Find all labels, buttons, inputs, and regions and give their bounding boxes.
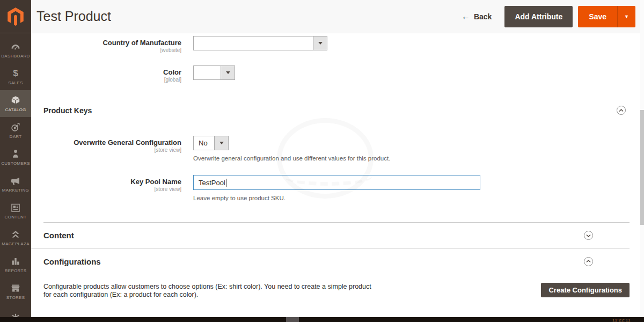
product-form: Country of Manufacture [website] Color […	[31, 33, 644, 322]
sidebar-item-label: DART	[10, 134, 22, 139]
field-input-block	[193, 36, 327, 54]
sidebar-item-dashboard[interactable]: DASHBOARD	[0, 36, 31, 63]
sidebar-item-label: MAGEPLAZA	[2, 241, 30, 246]
dashboard-icon	[10, 41, 21, 52]
overwrite-label: Overwrite General Configuration	[31, 138, 181, 147]
sidebar-item-label: MARKETING	[2, 188, 29, 193]
overwrite-select[interactable]: No	[193, 136, 229, 150]
field-input-block: No Overwrite general configuration and u…	[193, 136, 390, 162]
country-of-manufacture-row: Country of Manufacture [website]	[31, 36, 644, 54]
video-timestamp: 11:22:11	[612, 318, 631, 322]
content-section-title: Content	[43, 231, 74, 240]
video-overlay-bar: 11:22:11	[0, 317, 644, 322]
country-select-value	[194, 36, 313, 50]
select-caret-icon	[313, 36, 327, 50]
overwrite-note: Overwrite general configuration and use …	[193, 155, 390, 162]
color-scope: [global]	[31, 76, 181, 83]
content-section-header[interactable]: Content	[31, 223, 630, 248]
product-keys-collapse-button[interactable]	[617, 106, 626, 115]
configurations-collapse-button[interactable]	[584, 257, 593, 266]
page-title: Test Product	[36, 9, 111, 24]
sidebar-item-label: CONTENT	[5, 215, 27, 219]
magento-logo-icon	[8, 8, 24, 26]
sidebar-item-content[interactable]: CONTENT	[0, 197, 31, 224]
sales-icon: $	[10, 68, 21, 79]
page-header: Test Product ← Back Add Attribute Save ▼	[31, 0, 644, 33]
country-label: Country of Manufacture	[31, 39, 181, 47]
sidebar-item-catalog[interactable]: CATALOG	[0, 90, 31, 117]
color-select-value	[194, 66, 221, 79]
key-pool-note: Leave empty to use product SKU.	[193, 195, 480, 202]
sidebar-item-label: CUSTOMERS	[1, 161, 30, 166]
back-label: Back	[474, 12, 492, 21]
catalog-icon	[10, 95, 21, 106]
mageplaza-chevrons-icon	[10, 229, 21, 240]
key-pool-input-value: TestPool	[199, 179, 225, 187]
back-arrow-icon: ←	[462, 12, 470, 21]
customers-icon	[10, 149, 21, 159]
content-expand-button[interactable]	[584, 231, 593, 240]
save-split-button: Save ▼	[578, 6, 635, 27]
sidebar-item-label: SALES	[8, 80, 23, 85]
chevron-up-icon	[586, 260, 591, 263]
sidebar-item-marketing[interactable]: MARKETING	[0, 171, 31, 197]
product-keys-title: Product Keys	[43, 106, 92, 115]
dart-target-icon	[10, 122, 21, 133]
sidebar-nav: DASHBOARD $ SALES CATALOG	[0, 33, 31, 322]
chevron-down-icon	[586, 234, 591, 237]
configurations-section-title: Configurations	[43, 257, 101, 266]
color-label: Color	[31, 68, 181, 76]
caret-down-icon: ▼	[624, 14, 629, 19]
scrollbar-thumb[interactable]	[640, 110, 644, 225]
field-label-block: Overwrite General Configuration [store v…	[31, 136, 181, 162]
overwrite-config-row: Overwrite General Configuration [store v…	[31, 136, 644, 162]
field-input-block	[193, 65, 235, 83]
sidebar-item-customers[interactable]: CUSTOMERS	[0, 144, 31, 171]
stores-shop-icon	[10, 283, 21, 294]
sidebar-item-label: DASHBOARD	[1, 54, 30, 58]
text-cursor	[226, 179, 226, 187]
product-keys-section-header: Product Keys	[31, 106, 644, 115]
key-pool-input[interactable]: TestPool	[193, 175, 480, 190]
back-button[interactable]: ← Back	[462, 12, 492, 21]
sidebar-item-reports[interactable]: REPORTS	[0, 251, 31, 278]
sidebar-item-label: REPORTS	[5, 268, 27, 273]
field-label-block: Color [global]	[31, 65, 181, 83]
field-label-block: Country of Manufacture [website]	[31, 36, 181, 54]
select-caret-icon	[221, 66, 235, 79]
vertical-scrollbar[interactable]	[640, 0, 644, 322]
add-attribute-button[interactable]: Add Attribute	[504, 6, 573, 27]
overwrite-select-value: No	[194, 136, 214, 150]
sidebar-item-sales[interactable]: $ SALES	[0, 63, 31, 90]
admin-sidebar: DASHBOARD $ SALES CATALOG	[0, 0, 31, 322]
chevron-up-icon	[619, 109, 624, 112]
header-actions: ← Back Add Attribute Save ▼	[462, 6, 635, 27]
field-label-block: Key Pool Name [store view]	[31, 175, 181, 202]
magento-logo[interactable]	[0, 0, 31, 33]
field-input-block: TestPool Leave empty to use product SKU.	[193, 175, 480, 202]
video-playhead-marker	[286, 317, 299, 322]
overwrite-scope: [store view]	[31, 147, 181, 153]
sidebar-item-stores[interactable]: STORES	[0, 278, 31, 305]
select-caret-icon	[214, 136, 228, 150]
save-dropdown-toggle[interactable]: ▼	[617, 6, 635, 27]
sidebar-item-dart[interactable]: DART	[0, 117, 31, 144]
sidebar-item-mageplaza[interactable]: MAGEPLAZA	[0, 224, 31, 251]
key-pool-row: Key Pool Name [store view] TestPool Leav…	[31, 175, 644, 202]
content-page-icon	[10, 202, 21, 213]
configurations-section-header[interactable]: Configurations	[31, 248, 630, 274]
key-pool-scope: [store view]	[31, 186, 181, 193]
color-select[interactable]	[193, 65, 235, 80]
sidebar-item-label: STORES	[6, 295, 25, 300]
save-button[interactable]: Save	[578, 6, 617, 27]
reports-barchart-icon	[10, 256, 21, 267]
country-scope: [website]	[31, 47, 181, 54]
color-row: Color [global]	[31, 65, 644, 83]
configurations-description: Configurable products allow customers to…	[43, 283, 379, 299]
configurations-section-body: Configurable products allow customers to…	[31, 283, 644, 299]
marketing-megaphone-icon	[10, 175, 21, 186]
sidebar-item-label: CATALOG	[5, 107, 26, 112]
country-select[interactable]	[193, 36, 327, 50]
create-configurations-button[interactable]: Create Configurations	[541, 283, 630, 297]
key-pool-label: Key Pool Name	[31, 178, 181, 186]
